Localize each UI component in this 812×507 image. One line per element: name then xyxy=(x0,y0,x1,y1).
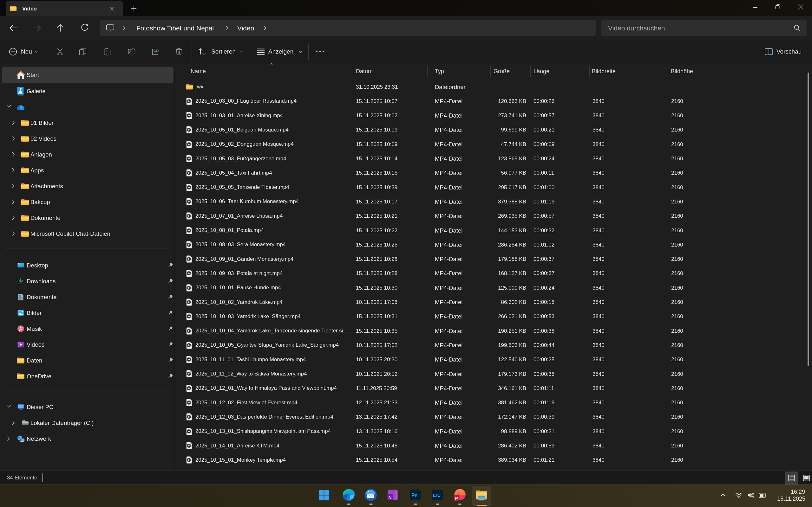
svg-text:N: N xyxy=(389,495,392,500)
svg-text:LrC: LrC xyxy=(433,493,441,498)
svg-text:A: A xyxy=(129,50,132,54)
svg-text:P: P xyxy=(455,496,458,501)
svg-text:Ps: Ps xyxy=(411,493,418,498)
